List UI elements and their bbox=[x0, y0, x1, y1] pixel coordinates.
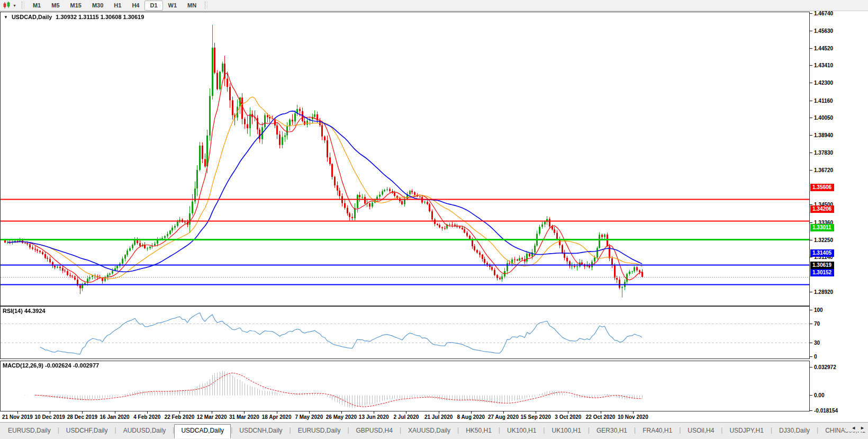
price-tick-label: 1.32250 bbox=[814, 237, 833, 244]
rsi-tick-label: 30 bbox=[814, 339, 820, 346]
date-tick-label: 27 Aug 2020 bbox=[488, 414, 519, 420]
chart-tab-bar: EURUSD,Daily|USDCHF,Daily|AUDUSD,Daily|U… bbox=[0, 422, 868, 439]
symbol-tab-fra40[interactable]: FRA40,H1 bbox=[636, 424, 679, 438]
symbol-tab-uk100[interactable]: UK100,H1 bbox=[500, 424, 543, 438]
rsi-tick-mark bbox=[810, 343, 812, 343]
date-tick-label: 10 Dec 2019 bbox=[35, 414, 65, 420]
timeframe-buttons: M1M5M15M30H1H4D1W1MN bbox=[28, 1, 202, 11]
date-tick-label: 13 Jun 2020 bbox=[359, 414, 389, 420]
triangle-down-icon[interactable]: ▼ bbox=[4, 15, 8, 20]
date-tick-mark bbox=[50, 411, 50, 414]
price-tick-mark bbox=[810, 153, 812, 153]
date-tick-label: 8 Aug 2020 bbox=[457, 414, 485, 420]
timeframe-button-h4[interactable]: H4 bbox=[126, 1, 144, 11]
price-tick-mark bbox=[810, 83, 812, 83]
price-axis[interactable]: 1.467401.456301.445201.434101.423001.411… bbox=[810, 12, 868, 422]
date-tick-mark bbox=[17, 411, 18, 414]
price-level-label: 1.31405 bbox=[810, 249, 834, 257]
symbol-tab-dj30[interactable]: DJ30,Daily bbox=[772, 424, 817, 438]
timeframe-button-mn[interactable]: MN bbox=[182, 1, 202, 11]
macd-indicator-label: MACD(12,26,9) -0.002624 -0.002977 bbox=[3, 362, 99, 369]
symbol-tab-usdchf[interactable]: USDCHF,Daily bbox=[59, 424, 115, 438]
timeframe-button-d1[interactable]: D1 bbox=[144, 1, 162, 11]
scroll-right-icon[interactable]: ► bbox=[860, 425, 865, 431]
toolbar-grip[interactable] bbox=[22, 2, 24, 9]
symbol-tab-hk50[interactable]: HK50,H1 bbox=[459, 424, 499, 438]
price-level-label: 1.34206 bbox=[810, 205, 834, 213]
rsi-canvas[interactable] bbox=[1, 307, 809, 359]
date-axis[interactable]: 21 Nov 201910 Dec 201928 Dec 201916 Jan … bbox=[0, 411, 810, 422]
symbol-tab-eurusd[interactable]: EURUSD,Daily bbox=[1, 424, 58, 438]
date-tick-mark bbox=[374, 411, 374, 414]
date-tick-label: 28 Dec 2019 bbox=[67, 414, 97, 420]
chart-symbol-label: USDCAD,Daily bbox=[12, 14, 52, 20]
macd-tick-label: 0.00 bbox=[814, 392, 824, 399]
symbol-tab-eurusd[interactable]: EURUSD,Daily bbox=[291, 424, 348, 438]
date-tick-mark bbox=[341, 411, 342, 414]
timeframe-button-h1[interactable]: H1 bbox=[108, 1, 126, 11]
date-tick-label: 21 Nov 2019 bbox=[2, 414, 33, 420]
price-tick-label: 1.45630 bbox=[814, 28, 833, 34]
timeframe-toolbar: ▼ M1M5M15M30H1H4D1W1MN bbox=[0, 0, 868, 11]
date-tick-label: 10 Nov 2020 bbox=[618, 414, 648, 420]
macd-tick-mark bbox=[810, 367, 812, 368]
price-tick-label: 1.44520 bbox=[814, 45, 833, 52]
date-tick-label: 3 Oct 2020 bbox=[555, 414, 581, 420]
symbol-tab-usoil[interactable]: USOil,H4 bbox=[681, 424, 721, 438]
macd-canvas[interactable] bbox=[1, 361, 809, 411]
symbol-tab-usdcad[interactable]: USDCAD,Daily bbox=[174, 424, 231, 438]
date-tick-label: 18 Apr 2020 bbox=[262, 414, 292, 420]
date-tick-mark bbox=[633, 411, 634, 414]
price-tick-label: 1.28920 bbox=[814, 289, 833, 295]
date-tick-mark bbox=[179, 411, 180, 414]
rsi-tick-mark bbox=[810, 324, 812, 324]
chevron-down-icon[interactable]: ▼ bbox=[13, 4, 16, 7]
macd-panel[interactable] bbox=[0, 361, 810, 411]
symbol-tab-usdjpy[interactable]: USDJPY,H1 bbox=[722, 424, 770, 438]
price-level-label: 1.35606 bbox=[810, 184, 834, 191]
date-tick-mark bbox=[212, 411, 212, 414]
main-chart-canvas[interactable] bbox=[1, 12, 809, 306]
price-level-label-last-price: 1.30619 bbox=[810, 262, 834, 269]
date-tick-mark bbox=[503, 411, 504, 414]
price-tick-label: 1.38940 bbox=[814, 132, 833, 139]
symbol-tab-uk100[interactable]: UK100,H1 bbox=[545, 424, 587, 438]
chart-title: ▼ USDCAD,Daily 1.30932 1.31115 1.30608 1… bbox=[4, 14, 144, 20]
symbol-tab-usdcnh[interactable]: USDCNH,Daily bbox=[232, 424, 289, 438]
toolbar-grip-end[interactable] bbox=[205, 2, 207, 9]
chart-type-button[interactable]: ▼ bbox=[0, 0, 19, 11]
price-tick-mark bbox=[810, 292, 812, 292]
price-tick-mark bbox=[810, 170, 812, 171]
rsi-tick-label: 0 bbox=[814, 353, 817, 360]
symbol-tab-xauusd[interactable]: XAUUSD,Daily bbox=[401, 424, 457, 438]
date-tick-label: 22 Oct 2020 bbox=[586, 414, 616, 420]
price-tick-label: 1.36720 bbox=[814, 167, 833, 174]
symbol-tab-gbpusd[interactable]: GBPUSD,H4 bbox=[349, 424, 400, 438]
symbol-tab-ger30[interactable]: GER30,H1 bbox=[590, 424, 634, 438]
timeframe-button-m1[interactable]: M1 bbox=[28, 1, 46, 11]
rsi-indicator-label: RSI(14) 44.3924 bbox=[3, 308, 46, 314]
price-tick-label: 1.40050 bbox=[814, 114, 833, 121]
date-tick-label: 2 Jul 2020 bbox=[393, 414, 419, 420]
date-tick-label: 4 Feb 2020 bbox=[133, 414, 160, 420]
timeframe-button-m5[interactable]: M5 bbox=[46, 1, 65, 11]
timeframe-button-m30[interactable]: M30 bbox=[87, 1, 108, 11]
date-tick-mark bbox=[406, 411, 406, 414]
price-tick-mark bbox=[810, 101, 812, 101]
date-tick-label: 16 Jan 2020 bbox=[100, 414, 130, 420]
symbol-tab-audusd[interactable]: AUDUSD,Daily bbox=[116, 424, 173, 438]
timeframe-button-m15[interactable]: M15 bbox=[65, 1, 87, 11]
date-tick-mark bbox=[568, 411, 568, 414]
date-tick-mark bbox=[244, 411, 245, 414]
main-chart-panel[interactable] bbox=[0, 12, 810, 306]
tab-scroll-arrows: ◄ ► bbox=[846, 424, 868, 432]
rsi-panel[interactable] bbox=[0, 306, 810, 359]
price-tick-mark bbox=[810, 31, 812, 31]
scroll-left-icon[interactable]: ◄ bbox=[851, 425, 856, 431]
price-level-label: 1.33011 bbox=[810, 224, 834, 231]
price-tick-label: 1.37830 bbox=[814, 149, 833, 156]
rsi-tick-mark bbox=[810, 356, 812, 357]
date-tick-mark bbox=[309, 411, 310, 414]
price-tick-mark bbox=[810, 48, 812, 49]
timeframe-button-w1[interactable]: W1 bbox=[163, 1, 183, 11]
